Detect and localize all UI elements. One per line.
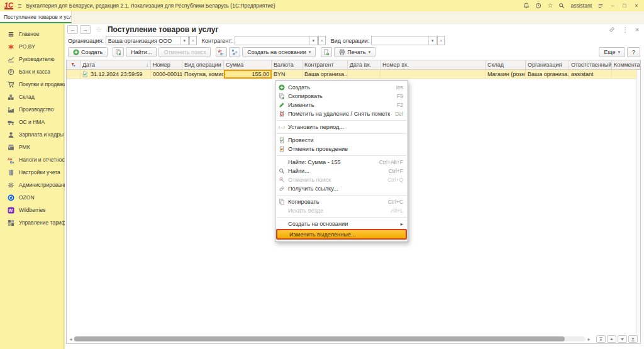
more-button[interactable]: Еще ▾ [599,47,625,57]
sidebar-item-assets[interactable]: ОС и НМА [0,116,65,128]
close-form-icon[interactable]: × [635,27,639,33]
favorite-star-icon[interactable]: ☆ [96,26,102,34]
scrollbar-track[interactable] [74,336,586,341]
scrollbar-thumb[interactable] [74,336,565,341]
maximize-button[interactable]: □ [621,3,628,9]
counterparty-filter-input[interactable]: ▾ [235,36,318,45]
menu-item-post[interactable]: Провести [275,136,408,145]
sidebar-item-production[interactable]: Производство [0,103,65,116]
menu-item-mark-delete[interactable]: Пометить на удаление / Снять пометкуDel [275,109,408,118]
organization-filter-input[interactable]: Ваша организация ООО ▾ [106,36,189,45]
sidebar-item-settings[interactable]: Настройки учета [0,166,65,179]
cell-marker[interactable] [67,70,80,79]
tab-postuplenie-tovarov[interactable]: Поступление товаров и услуг × [0,11,72,23]
menu-item-create[interactable]: СоздатьIns [275,83,408,92]
close-button[interactable]: × [633,3,640,9]
cell-date[interactable]: 31.12.2024 23:59:59 [80,70,151,79]
table-row[interactable]: 31.12.2024 23:59:590000-000110Покупка, к… [67,70,640,79]
menu-item-get-link[interactable]: Получить ссылку... [275,184,408,193]
column-header-counterparty[interactable]: Контрагент [303,60,348,69]
sidebar-item-ozon[interactable]: OZON [0,191,65,204]
forward-button[interactable]: → [80,25,91,34]
more-dots-icon[interactable]: ⋮ [622,27,628,33]
sidebar-item-poby[interactable]: PO.BY [0,40,65,53]
menu-item-clipboard-copy[interactable]: КопироватьCtrl+C [275,197,408,206]
organization-filter-clear[interactable]: × [189,36,197,45]
menu-item-find-sum[interactable]: Найти: Сумма - 155Ctrl+Alt+F [275,158,408,167]
operation-type-filter-input[interactable]: ▾ [371,36,436,45]
edo-button[interactable] [321,47,332,57]
go-previous-button[interactable] [607,335,616,343]
favorites-icon[interactable]: ☆ [547,3,553,9]
column-header-currency[interactable]: Валюта [272,60,303,69]
cell-responsible[interactable]: assistant [569,70,612,79]
column-header-comment[interactable]: Коммента... [612,60,640,69]
cell-operation[interactable]: Покупка, комис... [182,70,224,79]
column-header-marker[interactable] [67,60,80,69]
sidebar-item-warehouse[interactable]: Склад [0,91,65,103]
sidebar-item-wildberries[interactable]: WWildberries [0,204,65,216]
sidebar-item-main[interactable]: Главное [0,28,65,40]
column-header-operation[interactable]: Вид операции [182,60,224,69]
operation-type-filter-clear[interactable]: × [437,36,445,45]
menu-item-find[interactable]: Найти...Ctrl+F [275,167,408,175]
cell-sum[interactable]: 155,00 [224,70,272,79]
search-icon[interactable] [558,3,565,9]
cell-organization[interactable]: Ваша организа... [526,70,569,79]
go-next-button[interactable] [618,335,627,343]
menu-item-set-period[interactable]: (↔)Установить период... [275,123,408,131]
dropdown-icon[interactable]: ▾ [309,36,317,45]
dtkt-postings-button[interactable]: ДтКт [216,47,227,57]
sidebar-item-admin[interactable]: Администрирование [0,179,65,191]
create-button[interactable]: Создать [68,47,108,57]
sidebar-item-taxes[interactable]: АвКнНалоги и отчетность [0,153,65,166]
cell-number-in[interactable] [380,70,486,79]
scroll-right-arrow[interactable]: ▸ [586,336,592,342]
menu-item-edit-selected[interactable]: Изменить выделенные... [276,229,407,240]
history-icon[interactable] [535,3,541,9]
main-menu-icon[interactable]: ≡ [18,3,21,9]
minimize-button[interactable]: – [609,3,616,9]
sidebar-item-salary[interactable]: Зарплата и кадры [0,128,65,141]
column-header-number-in[interactable]: Номер вх. [380,60,486,69]
column-header-number[interactable]: Номер [151,60,182,69]
sidebar-item-bank[interactable]: Банк и касса [0,65,65,78]
dropdown-icon[interactable]: ▾ [428,36,436,45]
print-button[interactable]: Печать ▾ [334,47,375,57]
sidebar-item-purchases[interactable]: Покупки и продажи [0,78,65,91]
scroll-left-arrow[interactable]: ◂ [68,336,74,342]
column-header-responsible[interactable]: Ответственный [569,60,612,69]
menu-item-edit[interactable]: ИзменитьF2 [275,101,408,109]
menu-item-create-based-on[interactable]: Создать на основании▸ [275,219,408,228]
dropdown-icon[interactable]: ▾ [180,36,188,45]
create-based-on-button[interactable]: Создать на основании ▾ [242,47,316,57]
sidebar-item-rmk[interactable]: РМК [0,141,65,153]
counterparty-filter-clear[interactable]: × [318,36,326,45]
menu-item-unpost[interactable]: Отменить проведение [275,145,408,153]
menu-item-copy[interactable]: СкопироватьF9 [275,92,408,101]
column-header-warehouse[interactable]: Склад [486,60,526,69]
vertical-scrollbar[interactable] [636,70,640,335]
column-header-organization[interactable]: Организация [526,60,569,69]
cell-date-in[interactable] [348,70,380,79]
column-header-sum[interactable]: Сумма [224,60,272,69]
help-button[interactable]: ? [627,47,640,57]
user-name[interactable]: assistant [570,3,592,9]
back-button[interactable]: ← [67,25,78,34]
notifications-icon[interactable] [523,3,530,9]
cell-counterparty[interactable]: Ваша организа... [303,70,348,79]
related-documents-button[interactable] [229,47,240,57]
column-header-date-in[interactable]: Дата вх. [348,60,380,69]
sidebar-item-tariff[interactable]: Управление тарифом [0,216,65,229]
get-link-icon[interactable] [609,26,615,34]
find-button[interactable]: Найти... [126,47,157,57]
sidebar-item-manager[interactable]: Руководителю [0,53,65,65]
go-last-button[interactable] [628,335,638,343]
cell-number[interactable]: 0000-000110 [151,70,182,79]
cell-warehouse[interactable]: Магазин (розни... [486,70,526,79]
copy-document-button[interactable] [113,47,124,57]
column-header-date[interactable]: Дата↓ [80,60,151,69]
go-first-button[interactable] [596,335,606,343]
cell-currency[interactable]: BYN [272,70,303,79]
service-menu-icon[interactable] [597,3,604,9]
